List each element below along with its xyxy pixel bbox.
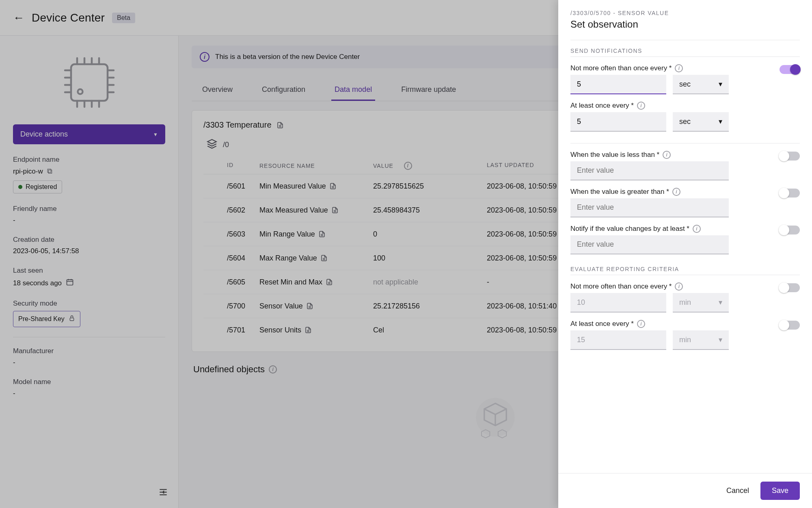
chevron-down-icon: ▾ [719,117,722,126]
pmax-unit-select[interactable]: sec▾ [673,112,729,132]
pmax-input[interactable] [570,112,666,132]
eval-section-label: EVALUATE REPORTING CRITERIA [570,266,800,272]
pmin-toggle[interactable] [780,65,800,74]
epmin-input [570,293,666,313]
epmax-unit-select: min▾ [673,330,729,350]
chevron-down-icon: ▾ [719,335,722,344]
greater-than-input [570,198,729,217]
info-icon[interactable]: i [675,64,683,72]
cancel-button[interactable]: Cancel [726,486,749,495]
step-toggle[interactable] [780,226,800,234]
less-than-input [570,161,729,180]
save-button[interactable]: Save [760,482,800,500]
drawer-title: Set observation [570,19,800,30]
chevron-down-icon: ▾ [719,80,722,89]
epmin-toggle[interactable] [780,283,800,292]
epmax-input [570,330,666,350]
greater-than-toggle[interactable] [780,189,800,198]
info-icon[interactable]: i [693,225,701,233]
less-than-toggle[interactable] [780,152,800,161]
pmin-input[interactable] [570,75,666,94]
epmin-unit-select: min▾ [673,293,729,313]
drawer-breadcrumb: /3303/0/5700 - SENSOR VALUE [570,10,800,16]
info-icon[interactable]: i [672,188,680,196]
observation-drawer: /3303/0/5700 - SENSOR VALUE Set observat… [558,0,812,508]
info-icon[interactable]: i [675,282,683,291]
info-icon[interactable]: i [637,102,645,110]
chevron-down-icon: ▾ [719,298,722,307]
info-icon[interactable]: i [663,151,671,159]
pmin-unit-select[interactable]: sec▾ [673,75,729,94]
info-icon[interactable]: i [637,320,645,328]
send-section-label: SEND NOTIFICATIONS [570,48,800,54]
epmax-toggle[interactable] [780,321,800,330]
step-input [570,235,729,254]
